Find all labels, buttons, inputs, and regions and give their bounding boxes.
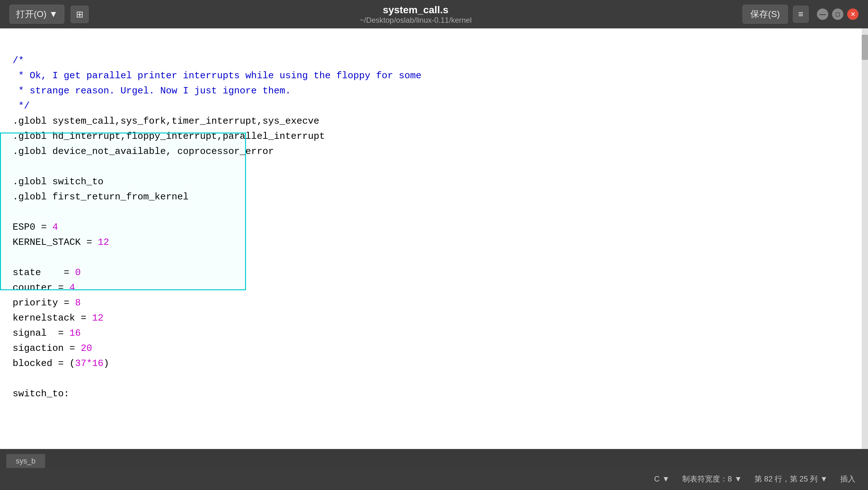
- language-dropdown-icon: ▼: [662, 474, 670, 483]
- open-label: 打开(O): [16, 8, 46, 20]
- editor-area[interactable]: /* * Ok, I get parallel printer interrup…: [0, 28, 868, 449]
- insert-mode-label: 插入: [840, 474, 856, 484]
- code-line-20: sigaction = 20: [12, 343, 92, 354]
- code-line-15: state = 0: [12, 267, 81, 278]
- minimize-button[interactable]: —: [817, 8, 828, 20]
- titlebar-center: system_call.s ~/Desktop/oslab/linux-0.11…: [89, 4, 742, 25]
- code-line-5: .globl system_call,sys_fork,timer_interr…: [12, 116, 319, 126]
- position-status[interactable]: 第 82 行，第 25 列 ▼: [754, 474, 828, 484]
- code-line-2: * Ok, I get parallel printer interrupts …: [12, 70, 422, 81]
- main-window: 打开(O) ▼ ⊞ system_call.s ~/Desktop/oslab/…: [0, 0, 868, 490]
- tab-sysb[interactable]: sys_b: [6, 454, 45, 468]
- language-status[interactable]: C ▼: [654, 474, 670, 483]
- maximize-icon: □: [836, 11, 840, 18]
- dropdown-arrow-icon: ▼: [49, 9, 58, 19]
- code-line-18: kernelstack = 12: [12, 313, 103, 324]
- code-line-1: /*: [12, 55, 24, 66]
- tab-label: sys_b: [16, 457, 36, 465]
- code-line-17: priority = 8: [12, 298, 81, 308]
- title-path: ~/Desktop/oslab/linux-0.11/kernel: [89, 16, 742, 25]
- code-line-13: KERNEL_STACK = 12: [12, 237, 109, 248]
- code-line-6: .globl hd_interrupt,floppy_interrupt,par…: [12, 131, 325, 142]
- tab-width-dropdown-icon: ▼: [734, 474, 742, 483]
- titlebar-right: 保存(S) ≡ — □ ✕: [742, 5, 859, 24]
- code-line-3: * strange reason. Urgel. Now I just igno…: [12, 86, 291, 96]
- code-line-12: ESP0 = 4: [12, 222, 58, 233]
- maximize-button[interactable]: □: [832, 8, 843, 20]
- open-button[interactable]: 打开(O) ▼: [9, 5, 64, 24]
- title-filename: system_call.s: [89, 4, 742, 16]
- language-label: C: [654, 474, 659, 483]
- code-line-4: */: [12, 101, 30, 111]
- titlebar-left: 打开(O) ▼ ⊞: [9, 5, 89, 24]
- close-button[interactable]: ✕: [847, 8, 859, 20]
- tab-width-status[interactable]: 制表符宽度：8 ▼: [682, 474, 742, 484]
- code-line-16: counter = 4: [12, 282, 75, 293]
- minimize-icon: —: [819, 11, 826, 18]
- code-line-21: blocked = (37*16): [12, 358, 109, 369]
- code-line-9: .globl switch_to: [12, 176, 103, 187]
- tab-bar: sys_b: [0, 449, 868, 468]
- insert-mode-status: 插入: [840, 474, 856, 484]
- close-icon: ✕: [850, 11, 856, 18]
- statusbar: C ▼ 制表符宽度：8 ▼ 第 82 行，第 25 列 ▼ 插入: [0, 468, 868, 490]
- save-label: 保存(S): [750, 9, 780, 19]
- code-line-10: .globl first_return_from_kernel: [12, 191, 189, 202]
- menu-button[interactable]: ≡: [793, 6, 809, 23]
- code-line-19: signal = 16: [12, 328, 81, 339]
- file-manager-button[interactable]: ⊞: [71, 6, 89, 23]
- position-dropdown-icon: ▼: [820, 474, 828, 483]
- code-line-7: .globl device_not_available, coprocessor…: [12, 146, 274, 157]
- position-label: 第 82 行，第 25 列: [754, 474, 817, 484]
- scrollbar-thumb[interactable]: [862, 35, 868, 60]
- titlebar: 打开(O) ▼ ⊞ system_call.s ~/Desktop/oslab/…: [0, 0, 868, 28]
- window-controls: — □ ✕: [817, 8, 859, 20]
- code-line-23: switch_to:: [12, 389, 69, 399]
- scrollbar[interactable]: [862, 28, 868, 449]
- code-content: /* * Ok, I get parallel printer interrup…: [0, 28, 868, 426]
- file-manager-icon: ⊞: [76, 9, 83, 19]
- tab-width-label: 制表符宽度：8: [682, 474, 732, 484]
- menu-icon: ≡: [798, 9, 803, 19]
- save-button[interactable]: 保存(S): [742, 5, 787, 24]
